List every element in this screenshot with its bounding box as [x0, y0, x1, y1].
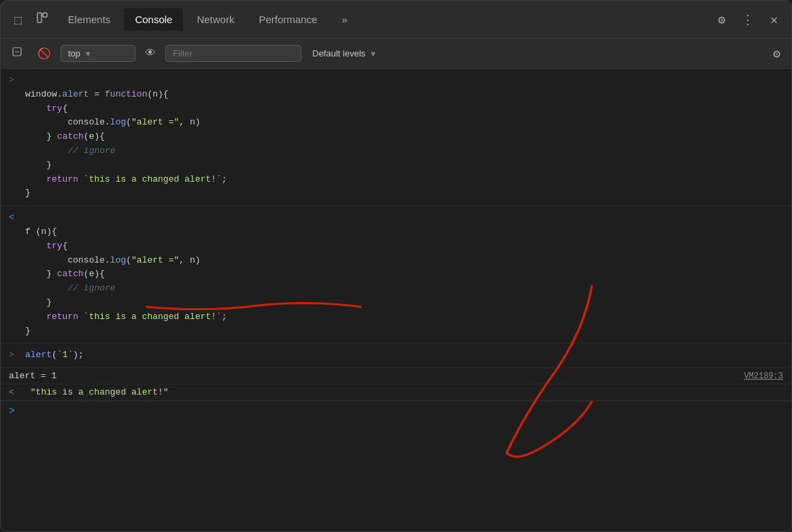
code-block-1: > window.alert = function(n){ try{ conso…: [1, 69, 791, 206]
context-value: top: [68, 48, 80, 59]
settings-icon[interactable]: ⚙: [712, 8, 731, 31]
svg-rect-0: [37, 13, 42, 22]
top-bar: ⬚ Elements Console Network Performance »…: [1, 1, 791, 39]
console-settings-icon[interactable]: ⚙: [768, 42, 786, 65]
code-block-2: < f (n){ try{ console.log("alert =", n) …: [1, 206, 791, 344]
context-arrow-icon: ▼: [84, 50, 92, 58]
close-icon[interactable]: ✕: [765, 8, 783, 31]
code-line-2: < f (n){ try{ console.log("alert =", n) …: [1, 210, 791, 339]
result-text: "this is a changed alert!": [25, 387, 169, 397]
levels-label: Default levels: [312, 48, 365, 59]
tab-performance[interactable]: Performance: [248, 8, 328, 31]
tab-elements[interactable]: Elements: [57, 8, 122, 31]
tab-console[interactable]: Console: [124, 8, 183, 31]
levels-arrow-icon: ▼: [369, 50, 377, 58]
tab-network[interactable]: Network: [186, 8, 245, 31]
output-alert-line: alert = 1 VM2189:3: [1, 368, 791, 384]
prompt-input-area[interactable]: [22, 406, 27, 416]
expand-arrow[interactable]: >: [9, 73, 20, 88]
result-arrow[interactable]: <: [9, 211, 20, 225]
run-script-icon[interactable]: [6, 44, 28, 63]
levels-dropdown[interactable]: Default levels ▼: [306, 46, 384, 61]
prompt-caret: >: [9, 405, 15, 417]
result-output-line: < "this is a changed alert!": [1, 384, 791, 401]
devtools-window: ⬚ Elements Console Network Performance »…: [1, 1, 791, 532]
context-selector[interactable]: top ▼: [61, 45, 135, 62]
console-area[interactable]: > window.alert = function(n){ try{ conso…: [1, 69, 791, 532]
console-toolbar: 🚫 top ▼ 👁 Default levels ▼ ⚙: [1, 39, 791, 69]
filter-input[interactable]: [165, 45, 301, 62]
eye-icon[interactable]: 👁: [139, 44, 161, 63]
code-line: > window.alert = function(n){ try{ conso…: [1, 73, 791, 201]
source-link[interactable]: VM2189:3: [744, 371, 783, 381]
input-arrow[interactable]: >: [9, 348, 20, 363]
tab-more[interactable]: »: [331, 8, 358, 31]
svg-rect-1: [43, 13, 47, 17]
output-text: alert = 1: [9, 371, 56, 381]
alert-call-line: > alert(`1`);: [1, 348, 791, 363]
console-wrapper: > window.alert = function(n){ try{ conso…: [1, 69, 791, 532]
result-left-arrow: <: [9, 387, 20, 397]
cursor-icon[interactable]: ⬚: [9, 8, 27, 31]
prompt-line[interactable]: >: [1, 401, 791, 421]
alert-call-block: > alert(`1`);: [1, 344, 791, 368]
inspect-icon[interactable]: [30, 7, 54, 32]
clear-console-icon[interactable]: 🚫: [32, 44, 56, 63]
more-options-icon[interactable]: ⋮: [736, 8, 759, 31]
